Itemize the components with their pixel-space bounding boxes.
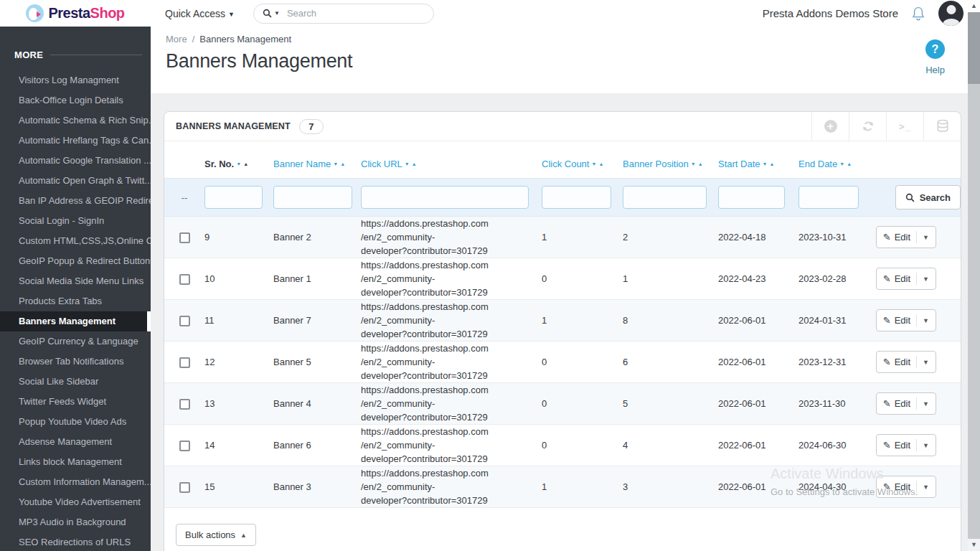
row-checkbox[interactable] [179, 232, 190, 243]
sidebar-item-adsense[interactable]: Adsense Management [0, 432, 151, 452]
database-button[interactable] [923, 112, 961, 141]
row-checkbox[interactable] [179, 357, 190, 368]
search-input[interactable] [287, 8, 425, 19]
filter-start-date-input[interactable] [718, 186, 785, 209]
cell-banner-name: Banner 2 [273, 217, 361, 258]
edit-button[interactable]: ✎Edit▼ [876, 434, 936, 456]
edit-button[interactable]: ✎Edit▼ [876, 476, 936, 498]
sort-desc-icon[interactable]: ▼ [839, 161, 844, 166]
sidebar-item-ban-ip[interactable]: Ban IP Address & GEOIP Redirect [0, 191, 151, 211]
sort-click-count[interactable]: Click Count [542, 159, 589, 169]
url-line: https://addons.prestashop.com [361, 425, 542, 438]
sort-asc-icon[interactable]: ▲ [598, 161, 603, 166]
chevron-down-icon[interactable]: ▼ [923, 359, 929, 366]
search-button[interactable]: Search [895, 185, 961, 209]
filter-banner-name-input[interactable] [273, 186, 352, 209]
filter-click-url-input[interactable] [361, 186, 529, 209]
sidebar-item-seo-redirections[interactable]: SEO Redirections of URLS [0, 532, 151, 551]
sidebar-item-custom-html[interactable]: Custom HTML,CSS,JS,Online Ch... [0, 231, 151, 251]
sidebar-item-social-media-side-menu[interactable]: Social Media Side Menu Links [0, 271, 151, 291]
sidebar-item-back-office-login[interactable]: Back-Office Login Details [0, 90, 151, 110]
notifications-bell-icon[interactable] [911, 6, 925, 22]
sort-banner-name[interactable]: Banner Name [273, 159, 331, 169]
sidebar-item-automatic-google-translation[interactable]: Automatic Google Translation ... [0, 151, 151, 171]
sort-desc-icon[interactable]: ▼ [591, 161, 596, 166]
sort-sr-no[interactable]: Sr. No. [204, 159, 234, 169]
sort-desc-icon[interactable]: ▼ [405, 161, 410, 166]
scroll-up-arrow[interactable]: ▲ [968, 0, 980, 12]
sort-end-date[interactable]: End Date [798, 159, 837, 169]
sidebar-item-youtube-advertisement[interactable]: Youtube Video Advertisement [0, 492, 151, 512]
edit-button[interactable]: ✎Edit▼ [876, 309, 936, 331]
row-checkbox[interactable] [179, 441, 190, 451]
sidebar-item-twitter-feeds[interactable]: Twitter Feeds Widget [0, 392, 151, 412]
prestashop-logo[interactable]: PrestaShop [0, 0, 151, 27]
sort-banner-position[interactable]: Banner Position [623, 159, 689, 169]
help-button[interactable]: ? Help [925, 39, 945, 75]
sidebar-item-popup-youtube[interactable]: Popup Youtube Video Ads [0, 412, 151, 432]
quick-access-dropdown[interactable]: Quick Access▼ [165, 8, 235, 19]
sort-asc-icon[interactable]: ▲ [243, 161, 248, 166]
bulk-actions-button[interactable]: Bulk actions ▲ [176, 524, 256, 546]
sidebar-item-geoip-currency[interactable]: GeoIP Currency & Language [0, 331, 151, 352]
edit-button[interactable]: ✎Edit▼ [876, 351, 936, 373]
refresh-button[interactable] [849, 112, 886, 141]
filter-banner-position-input[interactable] [623, 186, 707, 209]
scrollbar-thumb[interactable] [968, 12, 980, 84]
help-icon[interactable]: ? [925, 39, 945, 59]
sort-desc-icon[interactable]: ▼ [333, 161, 338, 166]
sort-start-date[interactable]: Start Date [718, 159, 760, 169]
sidebar-item-visitors-log[interactable]: Visitors Log Managment [0, 70, 151, 90]
sort-asc-icon[interactable]: ▲ [698, 161, 703, 166]
chevron-down-icon[interactable]: ▼ [923, 234, 929, 241]
cell-end-date: 2023-12-31 [798, 342, 870, 383]
sidebar-item-social-login[interactable]: Social Login - SignIn [0, 211, 151, 231]
edit-button[interactable]: ✎Edit▼ [876, 268, 936, 290]
url-line: https://addons.prestashop.com [361, 342, 542, 355]
sidebar-item-geoip-popup[interactable]: GeoIP Popup & Redirect Buttons [0, 251, 151, 271]
sort-desc-icon[interactable]: ▼ [236, 161, 241, 166]
sidebar-item-products-extra-tabs[interactable]: Products Extra Tabs [0, 291, 151, 311]
breadcrumb-parent[interactable]: More [166, 34, 187, 44]
search-scope-chevron-icon[interactable]: ▼ [274, 10, 280, 17]
sidebar-item-automatic-hreflang[interactable]: Automatic Hreflang Tags & Can... [0, 131, 151, 151]
chevron-down-icon[interactable]: ▼ [923, 276, 929, 283]
row-checkbox[interactable] [179, 316, 190, 326]
edit-button[interactable]: ✎Edit▼ [876, 226, 936, 248]
sort-click-url[interactable]: Click URL [361, 159, 402, 169]
user-avatar[interactable] [938, 1, 963, 26]
sidebar-item-browser-tab-notifications[interactable]: Browser Tab Notifications [0, 352, 151, 372]
add-button[interactable]: + [811, 112, 849, 141]
chevron-down-icon[interactable]: ▼ [923, 317, 929, 324]
row-checkbox[interactable] [179, 482, 190, 493]
sidebar-item-mp3-audio[interactable]: MP3 Audio in Background [0, 512, 151, 532]
sidebar-item-automatic-schema[interactable]: Automatic Schema & Rich Snip... [0, 110, 151, 131]
sort-asc-icon[interactable]: ▲ [412, 161, 417, 166]
sort-desc-icon[interactable]: ▼ [763, 161, 768, 166]
scroll-down-arrow[interactable]: ▼ [968, 539, 980, 551]
row-checkbox[interactable] [179, 399, 190, 410]
filter-end-date-input[interactable] [798, 186, 859, 209]
edit-button[interactable]: ✎Edit▼ [876, 392, 936, 415]
sort-asc-icon[interactable]: ▲ [847, 161, 852, 166]
store-name[interactable]: Presta Addons Demos Store [763, 7, 898, 19]
sidebar-item-social-like-sidebar[interactable]: Social Like Sidebar [0, 372, 151, 392]
chevron-down-icon[interactable]: ▼ [923, 400, 929, 408]
cell-click-count: 1 [542, 300, 623, 342]
sidebar-item-banners-management[interactable]: Banners Management [0, 311, 151, 331]
vertical-scrollbar[interactable]: ▲ ▼ [968, 0, 980, 551]
terminal-button[interactable]: >_ [886, 112, 923, 141]
sidebar-item-custom-information[interactable]: Custom Information Managem... [0, 472, 151, 492]
sort-asc-icon[interactable]: ▲ [769, 161, 774, 166]
sort-desc-icon[interactable]: ▼ [691, 161, 696, 166]
search-icon [263, 9, 272, 18]
filter-sr-no-input[interactable] [204, 186, 263, 209]
global-search[interactable]: ▼ [253, 4, 434, 24]
chevron-down-icon[interactable]: ▼ [923, 442, 929, 449]
chevron-down-icon[interactable]: ▼ [923, 484, 929, 491]
sidebar-item-links-block[interactable]: Links block Management [0, 452, 151, 472]
filter-click-count-input[interactable] [542, 186, 611, 209]
row-checkbox[interactable] [179, 274, 190, 285]
sort-asc-icon[interactable]: ▲ [340, 161, 345, 166]
sidebar-item-automatic-open-graph[interactable]: Automatic Open Graph & Twitt... [0, 171, 151, 191]
